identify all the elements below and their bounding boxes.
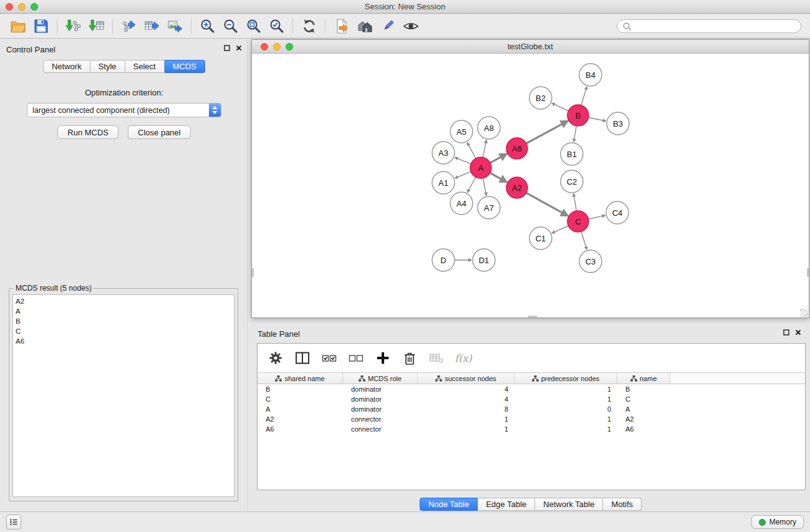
graph-node-A5[interactable]: A5 — [450, 120, 473, 143]
cell-predecessor-nodes[interactable]: 0 — [514, 404, 617, 414]
refresh-button[interactable] — [297, 16, 321, 36]
import-table-button[interactable] — [85, 16, 108, 36]
table-row[interactable]: A2connector11A2 — [258, 414, 805, 424]
tab-motifs[interactable]: Motifs — [603, 498, 642, 511]
result-item[interactable]: C — [16, 326, 231, 336]
mcds-result-list[interactable]: A2ABCA6 — [12, 294, 234, 497]
cell-successor-nodes[interactable]: 1 — [418, 424, 514, 434]
network-minimize-button[interactable] — [273, 43, 281, 51]
cell-name[interactable]: A2 — [617, 414, 670, 424]
result-item[interactable]: A6 — [16, 336, 231, 346]
export-table-button[interactable] — [140, 16, 163, 36]
search-field[interactable] — [617, 19, 801, 33]
result-item[interactable]: A — [16, 306, 231, 316]
cell-mcds-role[interactable]: dominator — [343, 394, 418, 404]
column-header-predecessor-nodes[interactable]: predecessor nodes — [514, 373, 617, 384]
graphics-details-button[interactable] — [399, 16, 422, 36]
network-close-button[interactable] — [261, 43, 268, 51]
graph-node-C3[interactable]: C3 — [579, 250, 602, 273]
add-column-button[interactable] — [372, 348, 393, 368]
float-panel-icon[interactable] — [783, 329, 789, 336]
memory-button[interactable]: Memory — [751, 515, 804, 529]
open-session-button[interactable] — [6, 16, 29, 36]
cell-shared-name[interactable]: A — [258, 404, 343, 414]
cell-successor-nodes[interactable]: 1 — [418, 414, 514, 424]
tab-node-table[interactable]: Node Table — [420, 498, 478, 511]
cell-predecessor-nodes[interactable]: 1 — [514, 424, 617, 434]
tab-mcds[interactable]: MCDS — [165, 60, 205, 73]
graph-node-A8[interactable]: A8 — [478, 117, 500, 139]
export-network-button[interactable] — [117, 16, 140, 36]
open-session-file-button[interactable] — [330, 16, 353, 36]
zoom-in-button[interactable] — [196, 16, 219, 36]
graph-node-C[interactable]: C — [567, 211, 589, 232]
cell-mcds-role[interactable]: dominator — [343, 384, 418, 394]
cell-shared-name[interactable]: C — [258, 394, 343, 404]
close-panel-button[interactable]: Close panel — [128, 125, 191, 139]
cell-mcds-role[interactable]: connector — [343, 414, 418, 424]
search-input[interactable] — [634, 22, 796, 31]
table-row[interactable]: Cdominator41C — [258, 394, 805, 404]
panel-divider[interactable] — [247, 39, 248, 511]
cell-name[interactable]: A — [617, 404, 670, 414]
cell-successor-nodes[interactable]: 4 — [418, 394, 514, 404]
criterion-dropdown[interactable]: largest connected component (directed) — [27, 103, 221, 117]
select-all-button[interactable] — [319, 348, 340, 368]
network-graph[interactable]: B4B2BB3A5A8A6B1A3AC2A1A2A4A7C4CC1C3DD1 — [252, 54, 809, 317]
cell-name[interactable]: C — [617, 394, 670, 404]
graph-node-A7[interactable]: A7 — [478, 196, 500, 219]
table-row[interactable]: A6connector11A6 — [258, 424, 805, 434]
result-item[interactable]: A2 — [16, 296, 231, 306]
cell-shared-name[interactable]: B — [258, 384, 343, 394]
graph-node-A1[interactable]: A1 — [432, 172, 455, 194]
column-header-successor-nodes[interactable]: successor nodes — [418, 373, 514, 384]
network-zoom-button[interactable] — [286, 43, 293, 51]
cell-predecessor-nodes[interactable]: 1 — [514, 414, 617, 424]
cell-predecessor-nodes[interactable]: 1 — [514, 394, 617, 404]
cell-shared-name[interactable]: A2 — [258, 414, 343, 424]
cell-name[interactable]: A6 — [617, 424, 670, 434]
run-mcds-button[interactable]: Run MCDS — [57, 125, 118, 139]
graph-node-C1[interactable]: C1 — [529, 227, 552, 249]
graph-node-A[interactable]: A — [470, 157, 491, 178]
graph-node-A2[interactable]: A2 — [506, 177, 528, 198]
zoom-window-button[interactable] — [31, 3, 38, 11]
graph-node-C2[interactable]: C2 — [561, 170, 583, 193]
cell-name[interactable]: B — [617, 384, 670, 394]
show-panels-button[interactable] — [6, 515, 21, 530]
result-item[interactable]: B — [16, 316, 231, 326]
column-header-shared-name[interactable]: shared name — [258, 373, 343, 384]
zoom-selected-button[interactable] — [265, 16, 288, 36]
graph-node-D1[interactable]: D1 — [473, 249, 495, 271]
close-panel-icon[interactable] — [795, 329, 801, 336]
minimize-window-button[interactable] — [18, 3, 26, 11]
cell-successor-nodes[interactable]: 4 — [418, 384, 514, 394]
graph-node-A4[interactable]: A4 — [450, 192, 473, 215]
delete-column-button[interactable] — [399, 348, 420, 368]
cell-mcds-role[interactable]: connector — [343, 424, 418, 434]
resize-grip[interactable] — [800, 309, 808, 317]
graph-node-B4[interactable]: B4 — [579, 64, 602, 86]
column-header-name[interactable]: name — [617, 373, 670, 384]
deselect-all-button[interactable] — [345, 348, 367, 368]
tab-network-table[interactable]: Network Table — [535, 498, 603, 511]
save-session-button[interactable] — [29, 16, 52, 36]
annotation-button[interactable] — [376, 16, 399, 36]
cell-predecessor-nodes[interactable]: 1 — [514, 384, 617, 394]
network-canvas[interactable]: B4B2BB3A5A8A6B1A3AC2A1A2A4A7C4CC1C3DD1 — [252, 54, 809, 317]
column-header-mcds-role[interactable]: MCDS role — [343, 373, 418, 384]
show-columns-button[interactable] — [292, 348, 313, 368]
graph-node-A6[interactable]: A6 — [506, 138, 528, 159]
graph-node-B[interactable]: B — [567, 105, 589, 126]
network-window-titlebar[interactable]: testGlobe.txt — [252, 40, 809, 54]
cell-successor-nodes[interactable]: 8 — [418, 404, 514, 414]
graph-node-D[interactable]: D — [432, 249, 455, 271]
tab-edge-table[interactable]: Edge Table — [478, 498, 535, 511]
cell-shared-name[interactable]: A6 — [258, 424, 343, 434]
zoom-fit-button[interactable] — [242, 16, 265, 36]
table-row[interactable]: Bdominator41B — [258, 384, 805, 394]
tab-style[interactable]: Style — [90, 60, 125, 73]
tab-select[interactable]: Select — [125, 60, 165, 73]
float-panel-icon[interactable] — [224, 45, 230, 51]
table-row[interactable]: Adominator80A — [258, 404, 805, 414]
